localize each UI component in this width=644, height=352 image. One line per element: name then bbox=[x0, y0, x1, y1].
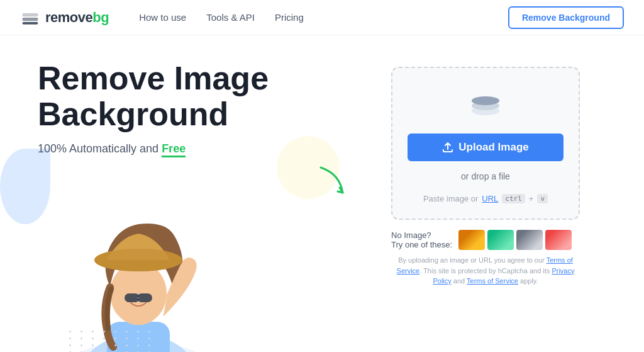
try-thumbs bbox=[458, 230, 572, 250]
main-content: Remove Image Background 100% Automatical… bbox=[0, 35, 644, 352]
try-label: No Image? Try one of these: bbox=[391, 230, 452, 249]
logo-text: removebg bbox=[45, 9, 109, 26]
logo[interactable]: removebg bbox=[20, 8, 109, 28]
remove-background-button[interactable]: Remove Background bbox=[508, 6, 624, 29]
hero-subtitle: 100% Automatically and Free bbox=[38, 142, 352, 156]
nav-pricing[interactable]: Pricing bbox=[275, 12, 304, 23]
thumb-1[interactable] bbox=[458, 230, 485, 250]
free-highlight: Free bbox=[162, 142, 186, 157]
thumb-2[interactable] bbox=[487, 230, 514, 250]
svg-point-9 bbox=[94, 249, 182, 271]
svg-rect-0 bbox=[23, 13, 38, 16]
kbd-ctrl: ctrl bbox=[502, 194, 525, 203]
paste-row: Paste image or URL ctrl + v bbox=[423, 194, 548, 203]
thumb-3[interactable] bbox=[516, 230, 543, 250]
arrow-decoration bbox=[308, 155, 358, 208]
hero-left: Remove Image Background 100% Automatical… bbox=[38, 60, 352, 352]
nav-how-to-use[interactable]: How to use bbox=[139, 12, 186, 23]
nav-tools-api[interactable]: Tools & API bbox=[206, 12, 255, 23]
url-link[interactable]: URL bbox=[482, 194, 498, 203]
drop-file-label: or drop a file bbox=[461, 171, 510, 181]
kbd-separator: + bbox=[529, 194, 534, 203]
svg-rect-1 bbox=[23, 18, 38, 21]
upload-section: Upload Image or drop a file Paste image … bbox=[365, 60, 606, 287]
logo-icon bbox=[20, 8, 40, 28]
terms-link-2[interactable]: Terms of Service bbox=[467, 277, 518, 285]
kbd-v: v bbox=[537, 194, 548, 203]
hero-person-illustration bbox=[38, 171, 239, 352]
terms-text: By uploading an image or URL you agree t… bbox=[391, 255, 580, 287]
deco-dots bbox=[69, 331, 155, 352]
svg-rect-2 bbox=[23, 22, 38, 25]
upload-icon bbox=[442, 142, 453, 153]
layers-icon-wrap bbox=[468, 88, 503, 118]
layers-icon bbox=[468, 88, 503, 118]
upload-image-button[interactable]: Upload Image bbox=[408, 133, 564, 161]
svg-point-15 bbox=[472, 96, 499, 105]
person-svg bbox=[38, 171, 239, 352]
main-nav: How to use Tools & API Pricing bbox=[139, 12, 304, 23]
hero-title: Remove Image Background bbox=[38, 60, 352, 132]
try-these-row: No Image? Try one of these: bbox=[391, 230, 580, 250]
paste-label: Paste image or bbox=[423, 194, 478, 203]
upload-card: Upload Image or drop a file Paste image … bbox=[391, 67, 580, 220]
header: removebg How to use Tools & API Pricing … bbox=[0, 0, 644, 35]
thumb-4[interactable] bbox=[545, 230, 572, 250]
